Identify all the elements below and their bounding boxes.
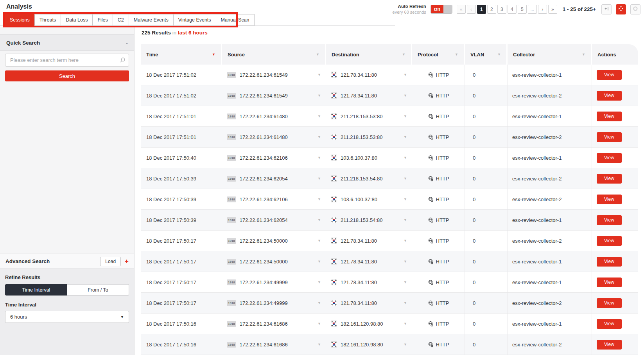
- source-menu-caret[interactable]: ▼: [315, 177, 321, 180]
- column-header-source[interactable]: Source▼: [222, 44, 325, 65]
- destination-menu-caret[interactable]: ▼: [401, 94, 407, 97]
- view-button[interactable]: View: [597, 174, 622, 184]
- source-menu-caret[interactable]: ▼: [315, 301, 321, 305]
- column-header-destination[interactable]: Destination▼: [326, 44, 411, 65]
- tab-c2[interactable]: C2: [113, 14, 129, 26]
- view-button[interactable]: View: [597, 236, 622, 246]
- results-connector: in: [172, 30, 177, 36]
- source-menu-caret[interactable]: ▼: [315, 73, 321, 77]
- source-menu-caret[interactable]: ▼: [315, 114, 321, 118]
- search-icon: [120, 57, 126, 65]
- tab-sessions[interactable]: Sessions: [5, 14, 35, 26]
- tab-files[interactable]: Files: [92, 14, 113, 26]
- source-cell: 1918 172.22.61.234:61686 ▼: [222, 314, 326, 334]
- column-header-protocol[interactable]: Protocol▼: [412, 44, 464, 65]
- source-menu-caret[interactable]: ▼: [315, 280, 321, 284]
- destination-address: 182.161.120.98:80: [341, 342, 383, 348]
- destination-menu-caret[interactable]: ▼: [401, 156, 407, 160]
- destination-menu-caret[interactable]: ▼: [401, 322, 407, 326]
- view-button[interactable]: View: [597, 215, 622, 225]
- destination-menu-caret[interactable]: ▼: [401, 135, 407, 139]
- view-button[interactable]: View: [597, 298, 622, 308]
- page-button-prev[interactable]: ‹: [467, 5, 476, 14]
- results-summary: 225 Results in last 6 hours: [142, 30, 208, 36]
- panel-dock-button[interactable]: [601, 4, 612, 14]
- status-ring-button[interactable]: [630, 4, 640, 14]
- tab-threats[interactable]: Threats: [34, 14, 61, 26]
- tab-manual-scan[interactable]: Manual Scan: [216, 14, 255, 26]
- destination-menu-caret[interactable]: ▼: [401, 342, 407, 346]
- destination-menu-caret[interactable]: ▼: [401, 301, 407, 305]
- view-button[interactable]: View: [597, 195, 622, 204]
- view-button[interactable]: View: [597, 319, 622, 329]
- view-button[interactable]: View: [597, 278, 622, 287]
- view-button[interactable]: View: [597, 132, 622, 142]
- destination-address: 103.6.100.37:80: [341, 155, 377, 161]
- source-cell: 1918 172.22.61.234:61480 ▼: [222, 106, 326, 126]
- load-button[interactable]: Load: [100, 257, 121, 266]
- view-button[interactable]: View: [597, 91, 622, 101]
- source-menu-caret[interactable]: ▼: [315, 156, 321, 160]
- tab-data-loss[interactable]: Data Loss: [61, 14, 93, 26]
- destination-menu-caret[interactable]: ▼: [401, 280, 407, 284]
- search-button[interactable]: Search: [5, 70, 129, 81]
- source-address: 172.22.61.234:61549: [240, 93, 288, 99]
- sort-caret-icon: ▼: [497, 52, 501, 56]
- view-button[interactable]: View: [597, 70, 622, 80]
- south-korea-flag-icon: [331, 238, 337, 244]
- south-korea-flag-icon: [331, 92, 337, 99]
- page-button-page-5[interactable]: 5: [518, 5, 527, 14]
- source-menu-caret[interactable]: ▼: [315, 218, 321, 222]
- source-menu-caret[interactable]: ▼: [315, 135, 321, 139]
- page-button-page-1[interactable]: 1: [477, 5, 486, 14]
- table-header: Time▼Source▼Destination▼Protocol▼VLAN▼Co…: [141, 44, 638, 65]
- view-button[interactable]: View: [597, 153, 622, 163]
- tab-vintage-events[interactable]: Vintage Events: [173, 14, 216, 26]
- tab-malware-events[interactable]: Malware Events: [129, 14, 174, 26]
- destination-menu-caret[interactable]: ▼: [401, 218, 407, 222]
- source-menu-caret[interactable]: ▼: [315, 342, 321, 346]
- protocol-cell: HTTP: [412, 334, 465, 355]
- destination-menu-caret[interactable]: ▼: [401, 197, 407, 201]
- add-condition-button[interactable]: +: [125, 258, 129, 265]
- source-menu-caret[interactable]: ▼: [315, 197, 321, 201]
- refine-tab-from-to[interactable]: From / To: [67, 284, 129, 296]
- page-button-page-4[interactable]: 4: [508, 5, 517, 14]
- destination-menu-caret[interactable]: ▼: [401, 259, 407, 263]
- protocol-cell: HTTP: [412, 293, 465, 313]
- time-cell: 18 Dec 2017 17:50:16: [141, 334, 222, 355]
- fit-view-button[interactable]: [616, 4, 626, 14]
- source-cell: 1918 172.22.61.234:50000 ▼: [222, 251, 326, 272]
- page-button-last[interactable]: »: [548, 5, 557, 14]
- destination-menu-caret[interactable]: ▼: [401, 114, 407, 118]
- page-button-page-2[interactable]: 2: [487, 5, 496, 14]
- time-interval-dropdown[interactable]: 6 hours ▼: [5, 311, 129, 323]
- collapse-section-button[interactable]: -: [126, 40, 128, 46]
- page-button-first[interactable]: «: [457, 5, 466, 14]
- page-button-next[interactable]: ›: [538, 5, 547, 14]
- rfc1918-badge: 1918: [227, 176, 236, 182]
- column-header-actions[interactable]: Actions: [592, 44, 638, 65]
- destination-menu-caret[interactable]: ▼: [401, 177, 407, 180]
- page-title: Analysis: [6, 3, 32, 10]
- auto-refresh-toggle[interactable]: Off: [431, 5, 452, 14]
- source-cell: 1918 172.22.61.234:50000 ▼: [222, 231, 326, 251]
- source-menu-caret[interactable]: ▼: [315, 239, 321, 243]
- column-header-time[interactable]: Time▼: [141, 44, 221, 65]
- column-header-collector[interactable]: Collector▼: [508, 44, 591, 65]
- column-header-vlan[interactable]: VLAN▼: [465, 44, 506, 65]
- row-time: 18 Dec 2017 17:51:02: [146, 72, 196, 78]
- collector-name: esx-review-collector-2: [512, 238, 561, 244]
- view-button[interactable]: View: [597, 257, 622, 267]
- view-button[interactable]: View: [597, 340, 622, 350]
- destination-menu-caret[interactable]: ▼: [401, 239, 407, 243]
- source-menu-caret[interactable]: ▼: [315, 322, 321, 326]
- destination-menu-caret[interactable]: ▼: [401, 73, 407, 77]
- page-button-page-3[interactable]: 3: [497, 5, 506, 14]
- refine-tab-time-interval[interactable]: Time Interval: [5, 284, 67, 296]
- source-menu-caret[interactable]: ▼: [315, 259, 321, 263]
- view-button[interactable]: View: [597, 112, 622, 121]
- source-menu-caret[interactable]: ▼: [315, 94, 321, 97]
- page-button-ellipsis[interactable]: ...: [528, 5, 537, 14]
- search-input[interactable]: [5, 54, 129, 67]
